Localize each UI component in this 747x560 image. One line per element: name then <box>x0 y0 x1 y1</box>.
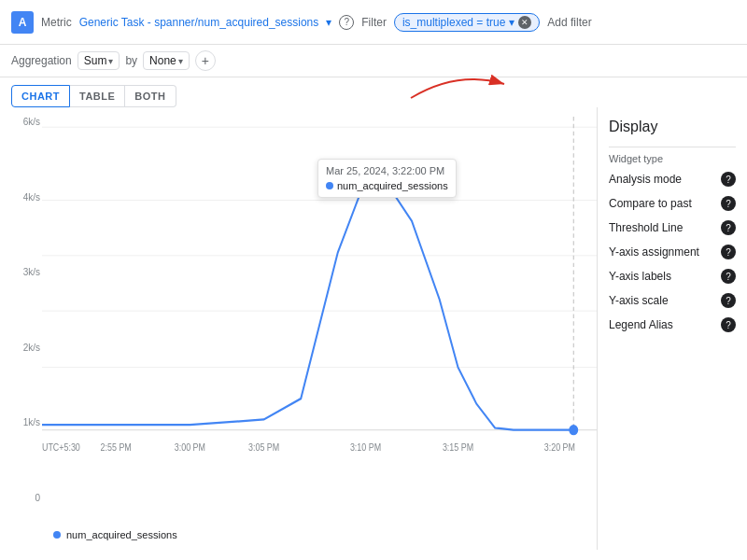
y-axis-label-6k: 6k/s <box>5 117 40 127</box>
legend-alias-help-icon[interactable]: ? <box>721 317 736 332</box>
y-axis-assignment-help-icon[interactable]: ? <box>721 245 736 259</box>
y-axis-labels-help-icon[interactable]: ? <box>721 269 736 284</box>
x-label-utc: UTC+5:30 <box>42 442 80 454</box>
x-label-315: 3:15 PM <box>443 442 473 454</box>
compare-to-past-help-icon[interactable]: ? <box>721 196 736 211</box>
top-bar: A Metric Generic Task - spanner/num_acqu… <box>0 0 747 45</box>
avatar: A <box>11 11 34 34</box>
y-axis-labels: 6k/s 4k/s 3k/s 2k/s 1k/s 0 <box>5 117 40 503</box>
chart-area: 6k/s 4k/s 3k/s 2k/s 1k/s 0 <box>0 107 598 550</box>
threshold-line-help-icon[interactable]: ? <box>721 220 736 235</box>
analysis-mode-label: Analysis mode <box>609 173 682 186</box>
y-axis-scale-row[interactable]: Y-axis scale ? <box>609 293 736 308</box>
aggregation-sum-chevron: ▾ <box>108 56 113 66</box>
aggregation-sum-select[interactable]: Sum ▾ <box>78 51 120 70</box>
by-label: by <box>125 54 137 67</box>
x-label-300: 3:00 PM <box>175 442 205 454</box>
y-axis-labels-label: Y-axis labels <box>609 270 671 283</box>
chart-line <box>42 179 573 430</box>
metric-dropdown-arrow[interactable]: ▾ <box>326 16 331 29</box>
x-label-255: 2:55 PM <box>101 442 132 454</box>
aggregation-row: Aggregation Sum ▾ by None ▾ + <box>0 45 747 77</box>
chart-end-dot <box>569 425 578 435</box>
aggregation-sum-label: Sum <box>84 54 107 67</box>
x-label-305: 3:05 PM <box>248 442 279 454</box>
y-axis-label-0: 0 <box>5 493 40 503</box>
chart-svg-container: UTC+5:30 2:55 PM 3:00 PM 3:05 PM 3:10 PM… <box>42 117 597 503</box>
filter-chip-text: is_multiplexed = true <box>402 16 505 29</box>
analysis-mode-row[interactable]: Analysis mode ? <box>609 172 736 187</box>
metric-value[interactable]: Generic Task - spanner/num_acquired_sess… <box>79 16 319 29</box>
aggregation-none-chevron: ▾ <box>178 56 183 66</box>
analysis-mode-help-icon[interactable]: ? <box>721 172 736 187</box>
y-axis-label-2k: 2k/s <box>5 343 40 353</box>
y-axis-assignment-row[interactable]: Y-axis assignment ? <box>609 245 736 259</box>
y-axis-label-1k: 1k/s <box>5 417 40 427</box>
aggregation-none-select[interactable]: None ▾ <box>143 51 190 70</box>
panel-title: Display <box>609 119 736 135</box>
y-axis-assignment-label: Y-axis assignment <box>609 245 699 259</box>
aggregation-none-label: None <box>149 54 176 67</box>
compare-to-past-label: Compare to past <box>609 197 692 210</box>
legend-dot <box>53 531 61 539</box>
tab-table[interactable]: TABLE <box>70 85 125 107</box>
y-axis-label-3k: 3k/s <box>5 267 40 277</box>
metric-help-icon[interactable]: ? <box>339 15 354 30</box>
compare-to-past-row[interactable]: Compare to past ? <box>609 196 736 211</box>
right-panel: Display Widget type Analysis mode ? Comp… <box>598 107 747 550</box>
widget-type-label: Widget type <box>609 153 736 164</box>
y-axis-scale-label: Y-axis scale <box>609 294 669 307</box>
add-aggregation-button[interactable]: + <box>195 50 216 71</box>
legend-alias-row[interactable]: Legend Alias ? <box>609 317 736 332</box>
filter-chip-close-icon[interactable]: ✕ <box>518 16 531 29</box>
chart-svg: UTC+5:30 2:55 PM 3:00 PM 3:05 PM 3:10 PM… <box>42 117 597 503</box>
legend-label: num_acquired_sessions <box>66 529 177 540</box>
x-label-310: 3:10 PM <box>350 442 381 454</box>
widget-type-divider <box>609 147 736 147</box>
y-axis-label-4k: 4k/s <box>5 192 40 203</box>
legend-alias-label: Legend Alias <box>609 318 673 331</box>
filter-chip-dropdown[interactable]: ▾ <box>509 16 514 29</box>
tab-both[interactable]: BOTH <box>125 85 176 107</box>
filter-chip[interactable]: is_multiplexed = true ▾ ✕ <box>394 13 540 32</box>
x-label-320: 3:20 PM <box>544 442 575 454</box>
metric-label: Metric <box>41 16 72 29</box>
y-axis-scale-help-icon[interactable]: ? <box>721 293 736 308</box>
filter-label: Filter <box>361 16 387 29</box>
threshold-line-row[interactable]: Threshold Line ? <box>609 220 736 235</box>
tab-chart[interactable]: CHART <box>11 85 70 107</box>
chart-legend: num_acquired_sessions <box>42 524 189 546</box>
aggregation-label: Aggregation <box>11 54 72 67</box>
threshold-line-label: Threshold Line <box>609 221 683 234</box>
main-content: 6k/s 4k/s 3k/s 2k/s 1k/s 0 <box>0 107 747 550</box>
y-axis-labels-row[interactable]: Y-axis labels ? <box>609 269 736 284</box>
chart-tabs: CHART TABLE BOTH <box>0 77 747 107</box>
add-filter-button[interactable]: Add filter <box>547 16 591 29</box>
